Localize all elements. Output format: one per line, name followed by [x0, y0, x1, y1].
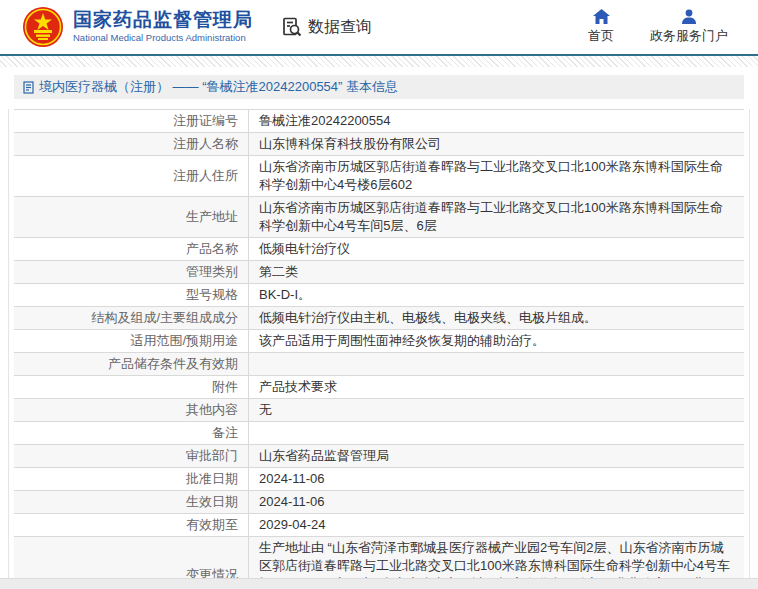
field-label: 审批部门 [14, 445, 249, 467]
field-value: BK-D-I。 [249, 284, 744, 306]
field-value: 山东省药品监督管理局 [249, 445, 744, 467]
table-row: 其他内容 无 [14, 398, 744, 421]
field-label: 产品储存条件及有效期 [14, 353, 249, 375]
org-title: 国家药品监督管理局 [73, 10, 253, 31]
site-header: 国家药品监督管理局 National Medical Products Admi… [0, 0, 758, 54]
brand: 国家药品监督管理局 National Medical Products Admi… [22, 6, 253, 48]
field-label: 产品名称 [14, 238, 249, 260]
field-label: 批准日期 [14, 468, 249, 490]
field-label: 备注 [14, 422, 249, 444]
field-value: 山东省济南市历城区郭店街道春晖路与工业北路交叉口北100米路东博科国际生命科学创… [249, 156, 744, 196]
data-query-label: 数据查询 [308, 17, 372, 38]
field-label: 注册证编号 [14, 110, 249, 132]
field-value: 2029-04-24 [249, 514, 744, 536]
registration-info-table: 注册证编号 鲁械注准20242200554 注册人名称 山东博科保育科技股份有限… [14, 109, 744, 589]
table-row: 审批部门 山东省药品监督管理局 [14, 444, 744, 467]
field-value: 2024-11-06 [249, 491, 744, 513]
field-label: 结构及组成/主要组成成分 [14, 307, 249, 329]
field-value: 产品技术要求 [249, 376, 744, 398]
header-nav: 首页 政务服务门户 [588, 9, 736, 45]
table-row: 产品名称 低频电针治疗仪 [14, 237, 744, 260]
field-label: 管理类别 [14, 261, 249, 283]
table-row: 注册人名称 山东博科保育科技股份有限公司 [14, 132, 744, 155]
field-value [249, 422, 744, 444]
table-row: 型号规格 BK-D-I。 [14, 283, 744, 306]
table-row: 有效期至 2029-04-24 [14, 513, 744, 536]
breadcrumb: 境内医疗器械（注册） —— “鲁械注准20242200554” 基本信息 [14, 75, 744, 99]
org-subtitle: National Medical Products Administration [73, 33, 253, 43]
table-row: 备注 [14, 421, 744, 444]
field-label: 注册人住所 [14, 156, 249, 196]
field-value: 低频电针治疗仪由主机、电极线、电极夹线、电极片组成。 [249, 307, 744, 329]
bottom-strip [0, 578, 758, 589]
document-search-icon [281, 16, 303, 38]
field-value: 无 [249, 399, 744, 421]
table-row: 管理类别 第二类 [14, 260, 744, 283]
field-value [249, 353, 744, 375]
field-value: 山东博科保育科技股份有限公司 [249, 133, 744, 155]
nav-item-home[interactable]: 首页 [588, 9, 614, 45]
table-row: 产品储存条件及有效期 [14, 352, 744, 375]
field-value: 第二类 [249, 261, 744, 283]
user-icon [681, 9, 697, 24]
field-label: 生产地址 [14, 197, 249, 237]
field-value: 该产品适用于周围性面神经炎恢复期的辅助治疗。 [249, 330, 744, 352]
table-row: 生效日期 2024-11-06 [14, 490, 744, 513]
field-label: 型号规格 [14, 284, 249, 306]
national-emblem-icon [22, 6, 64, 48]
field-value: 山东省济南市历城区郭店街道春晖路与工业北路交叉口北100米路东博科国际生命科学创… [249, 197, 744, 237]
field-label: 适用范围/预期用途 [14, 330, 249, 352]
field-value: 2024-11-06 [249, 468, 744, 490]
field-label: 生效日期 [14, 491, 249, 513]
breadcrumb-text: 境内医疗器械（注册） —— “鲁械注准20242200554” 基本信息 [39, 78, 398, 96]
table-row: 生产地址 山东省济南市历城区郭店街道春晖路与工业北路交叉口北100米路东博科国际… [14, 196, 744, 237]
table-row: 注册证编号 鲁械注准20242200554 [14, 109, 744, 132]
field-value: 鲁械注准20242200554 [249, 110, 744, 132]
nav-item-portal[interactable]: 政务服务门户 [650, 9, 728, 45]
field-value: 低频电针治疗仪 [249, 238, 744, 260]
table-row: 结构及组成/主要组成成分 低频电针治疗仪由主机、电极线、电极夹线、电极片组成。 [14, 306, 744, 329]
home-icon [593, 9, 610, 24]
table-row: 注册人住所 山东省济南市历城区郭店街道春晖路与工业北路交叉口北100米路东博科国… [14, 155, 744, 196]
hatch-band [0, 56, 758, 67]
field-label: 有效期至 [14, 514, 249, 536]
nav-item-label: 政务服务门户 [650, 27, 728, 45]
content-panel: 注册证编号 鲁械注准20242200554 注册人名称 山东博科保育科技股份有限… [8, 109, 750, 589]
field-label: 其他内容 [14, 399, 249, 421]
field-label: 注册人名称 [14, 133, 249, 155]
nav-item-label: 首页 [588, 27, 614, 45]
document-icon [23, 81, 34, 94]
table-row: 适用范围/预期用途 该产品适用于周围性面神经炎恢复期的辅助治疗。 [14, 329, 744, 352]
brand-text: 国家药品监督管理局 National Medical Products Admi… [73, 10, 253, 43]
field-label: 附件 [14, 376, 249, 398]
data-query-tab[interactable]: 数据查询 [281, 16, 372, 38]
table-row: 附件 产品技术要求 [14, 375, 744, 398]
table-row: 批准日期 2024-11-06 [14, 467, 744, 490]
